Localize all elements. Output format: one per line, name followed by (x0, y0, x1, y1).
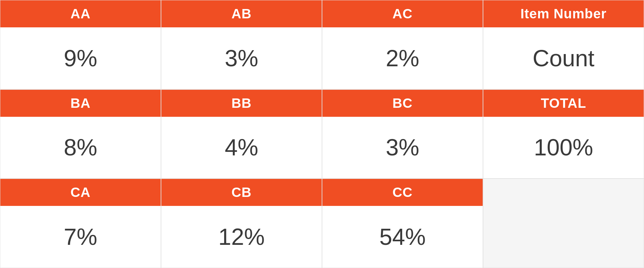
card-aa-header: AA (0, 0, 161, 27)
card-bc-header: BC (322, 90, 483, 117)
card-bc-value: 3% (322, 117, 483, 179)
card-ab-header: AB (161, 0, 322, 27)
card-aa: AA 9% (0, 0, 161, 89)
card-cc-header: CC (322, 179, 483, 206)
card-ac-value: 2% (322, 27, 483, 89)
card-cb-value: 12% (161, 206, 322, 268)
card-item-number-header: Item Number (483, 0, 644, 27)
card-ba: BA 8% (0, 89, 161, 179)
card-ca-value: 7% (0, 206, 161, 268)
card-bb: BB 4% (161, 89, 322, 179)
card-ca: CA 7% (0, 179, 161, 268)
card-total-header: TOTAL (483, 90, 644, 117)
card-cb: CB 12% (161, 179, 322, 268)
card-cc-value: 54% (322, 206, 483, 268)
card-aa-value: 9% (0, 27, 161, 89)
card-cc: CC 54% (322, 179, 483, 268)
card-bb-value: 4% (161, 117, 322, 179)
card-bb-header: BB (161, 90, 322, 117)
card-bc: BC 3% (322, 89, 483, 179)
card-ac: AC 2% (322, 0, 483, 89)
card-total-value: 100% (483, 117, 644, 179)
main-grid: AA 9% AB 3% AC 2% Item Number Count BA 8… (0, 0, 644, 268)
card-ba-value: 8% (0, 117, 161, 179)
card-ab-value: 3% (161, 27, 322, 89)
card-item-number-value: Count (483, 27, 644, 89)
card-empty (483, 179, 644, 268)
card-total: TOTAL 100% (483, 89, 644, 179)
card-item-number: Item Number Count (483, 0, 644, 89)
card-ac-header: AC (322, 0, 483, 27)
card-cb-header: CB (161, 179, 322, 206)
card-ca-header: CA (0, 179, 161, 206)
card-ab: AB 3% (161, 0, 322, 89)
card-ba-header: BA (0, 90, 161, 117)
